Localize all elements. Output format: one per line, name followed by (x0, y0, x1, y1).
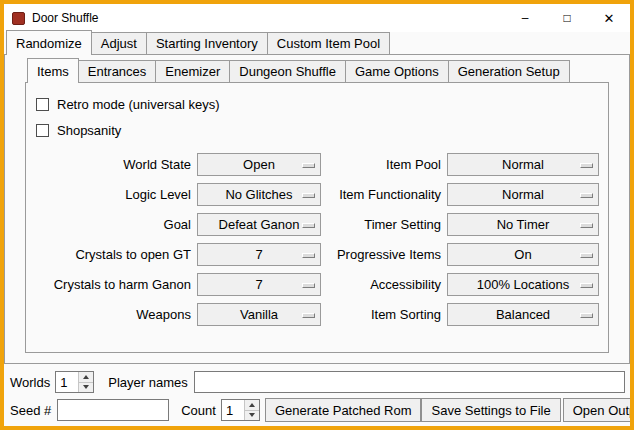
item-sorting-dropdown[interactable]: Balanced (447, 303, 599, 326)
dropdown-value: 100% Locations (448, 274, 598, 295)
dropdown-indicator-icon (580, 163, 593, 168)
item-pool-group: Item Pool Normal (321, 153, 599, 176)
progressive-items-group: Progressive Items On (321, 243, 599, 266)
weapons-label: Weapons (28, 307, 191, 322)
goal-group: Goal Defeat Ganon (28, 213, 321, 236)
down-arrow-icon (249, 413, 255, 417)
footer-row-2: Seed # Count Generate Patched Rom Save S… (10, 398, 627, 422)
shopsanity-label: Shopsanity (57, 123, 121, 138)
close-button[interactable]: ✕ (588, 4, 630, 32)
dropdown-indicator-icon (302, 253, 315, 258)
dropdown-value: Balanced (448, 304, 598, 325)
worlds-label: Worlds (10, 375, 50, 390)
titlebar: Door Shuffle – □ ✕ (4, 4, 630, 32)
shopsanity-row: Shopsanity (36, 119, 608, 141)
count-label: Count (181, 403, 216, 418)
item-sorting-label: Item Sorting (321, 307, 441, 322)
progressive-items-dropdown[interactable]: On (447, 243, 599, 266)
item-pool-dropdown[interactable]: Normal (447, 153, 599, 176)
count-spin-buttons (244, 400, 259, 420)
tab-items[interactable]: Items (27, 58, 79, 83)
dropdown-indicator-icon (302, 283, 315, 288)
maximize-button[interactable]: □ (546, 4, 588, 32)
footer: Worlds Player names Seed # Count (4, 364, 630, 422)
player-names-input[interactable] (194, 371, 625, 393)
settings-row-3: Goal Defeat Ganon Timer Setting No Timer (26, 213, 608, 236)
tab-game-options[interactable]: Game Options (345, 60, 449, 82)
item-functionality-dropdown[interactable]: Normal (447, 183, 599, 206)
retro-mode-label: Retro mode (universal keys) (57, 97, 220, 112)
crystals-gt-dropdown[interactable]: 7 (197, 243, 321, 266)
progressive-items-label: Progressive Items (321, 247, 441, 262)
timer-setting-label: Timer Setting (321, 217, 441, 232)
app-icon (12, 12, 25, 25)
window-title: Door Shuffle (32, 11, 99, 25)
accessibility-label: Accessibility (321, 277, 441, 292)
count-input[interactable] (222, 400, 244, 420)
tab-generation-setup[interactable]: Generation Setup (448, 60, 570, 82)
dropdown-indicator-icon (580, 283, 593, 288)
generate-patched-rom-button[interactable]: Generate Patched Rom (265, 398, 422, 422)
logic-level-group: Logic Level No Glitches (28, 183, 321, 206)
worlds-spin-up-button[interactable] (79, 372, 93, 382)
settings-row-6: Weapons Vanilla Item Sorting Balanced (26, 303, 608, 326)
open-output-directory-button[interactable]: Open Output Directory (563, 398, 634, 422)
logic-level-label: Logic Level (28, 187, 191, 202)
settings-row-5: Crystals to harm Ganon 7 Accessibility 1… (26, 273, 608, 296)
tab-enemizer[interactable]: Enemizer (155, 60, 230, 82)
settings-row-1: World State Open Item Pool Normal (26, 153, 608, 176)
minimize-button[interactable]: – (504, 4, 546, 32)
item-pool-label: Item Pool (321, 157, 441, 172)
footer-row-1: Worlds Player names (10, 371, 627, 393)
item-functionality-group: Item Functionality Normal (321, 183, 599, 206)
settings-row-4: Crystals to open GT 7 Progressive Items … (26, 243, 608, 266)
retro-mode-row: Retro mode (universal keys) (36, 93, 608, 115)
goal-label: Goal (28, 217, 191, 232)
timer-setting-dropdown[interactable]: No Timer (447, 213, 599, 236)
minimize-icon: – (522, 11, 529, 25)
count-spin-up-button[interactable] (245, 400, 259, 410)
tab-starting-inventory[interactable]: Starting Inventory (146, 32, 268, 54)
accessibility-dropdown[interactable]: 100% Locations (447, 273, 599, 296)
seed-input[interactable] (57, 399, 169, 421)
worlds-spin-down-button[interactable] (79, 382, 93, 393)
world-state-label: World State (28, 157, 191, 172)
tab-custom-item-pool[interactable]: Custom Item Pool (267, 32, 390, 54)
crystals-ganon-dropdown[interactable]: 7 (197, 273, 321, 296)
count-spin-down-button[interactable] (245, 410, 259, 421)
inner-notebook: Items Entrances Enemizer Dungeon Shuffle… (25, 60, 609, 363)
shopsanity-checkbox[interactable] (36, 124, 49, 137)
sub-tab-bar: Items Entrances Enemizer Dungeon Shuffle… (25, 60, 609, 82)
dropdown-value: No Timer (448, 214, 598, 235)
tab-adjust[interactable]: Adjust (91, 32, 147, 54)
settings-row-2: Logic Level No Glitches Item Functionali… (26, 183, 608, 206)
weapons-group: Weapons Vanilla (28, 303, 321, 326)
dropdown-indicator-icon (302, 313, 315, 318)
dropdown-indicator-icon (580, 253, 593, 258)
worlds-spinner[interactable] (55, 371, 94, 393)
settings-grid: World State Open Item Pool Normal (26, 153, 608, 326)
close-icon: ✕ (604, 11, 615, 26)
logic-level-dropdown[interactable]: No Glitches (197, 183, 321, 206)
worlds-spin-buttons (78, 372, 93, 392)
tab-entrances[interactable]: Entrances (78, 60, 157, 82)
dropdown-indicator-icon (580, 313, 593, 318)
tab-dungeon-shuffle[interactable]: Dungeon Shuffle (229, 60, 346, 82)
dropdown-value: Normal (448, 154, 598, 175)
tab-randomize[interactable]: Randomize (6, 30, 92, 55)
retro-mode-checkbox[interactable] (36, 98, 49, 111)
world-state-dropdown[interactable]: Open (197, 153, 321, 176)
crystals-gt-group: Crystals to open GT 7 (28, 243, 321, 266)
worlds-input[interactable] (56, 372, 78, 392)
count-spinner[interactable] (221, 399, 260, 421)
save-settings-button[interactable]: Save Settings to File (421, 398, 560, 422)
dropdown-indicator-icon (302, 223, 315, 228)
down-arrow-icon (83, 385, 89, 389)
dropdown-indicator-icon (302, 163, 315, 168)
crystals-ganon-label: Crystals to harm Ganon (28, 277, 191, 292)
item-sorting-group: Item Sorting Balanced (321, 303, 599, 326)
player-names-label: Player names (108, 375, 187, 390)
up-arrow-icon (83, 375, 89, 379)
goal-dropdown[interactable]: Defeat Ganon (197, 213, 321, 236)
weapons-dropdown[interactable]: Vanilla (197, 303, 321, 326)
